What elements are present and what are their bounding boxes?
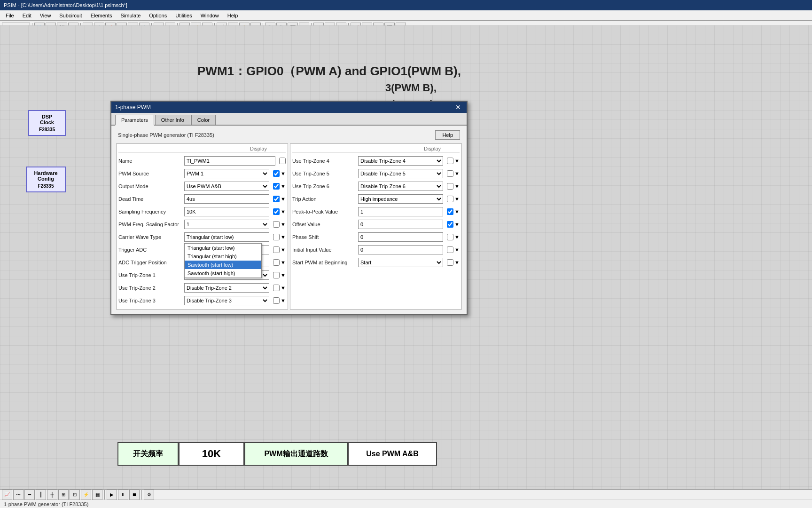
modal-body: Single-phase PWM generator (TI F28335) H…: [111, 126, 467, 314]
trip-zone-4-dropdown-icon: ▼: [454, 158, 460, 164]
param-check-carrier-wave[interactable]: [273, 234, 280, 240]
trip-zone-5-dropdown-icon: ▼: [454, 171, 460, 176]
param-check-offset-value[interactable]: [447, 221, 453, 228]
scope-status-btn[interactable]: 📈: [2, 490, 12, 500]
param-label-trip-zone-5: Use Trip-Zone 5: [292, 171, 358, 176]
param-label-offset-value: Offset Value: [292, 222, 358, 227]
dead-time-dropdown-icon: ▼: [281, 196, 286, 202]
param-check-start-pwm[interactable]: [447, 259, 453, 266]
param-check-scaling-factor[interactable]: [273, 221, 280, 228]
dropdown-option-saw-low[interactable]: Sawtooth (start low): [185, 261, 261, 269]
param-label-trip-zone-6: Use Trip-Zone 6: [292, 183, 358, 189]
param-check-trip-zone-2[interactable]: [273, 285, 280, 291]
carrier-wave-dropdown[interactable]: Triangular (start low) Triangular (start…: [184, 243, 262, 278]
param-select-trip-zone-3[interactable]: Disable Trip-Zone 3: [184, 296, 269, 305]
data-btn[interactable]: ⊞: [58, 490, 69, 500]
adc-trigger-pos-dropdown-icon: ▼: [281, 260, 286, 265]
param-select-start-pwm[interactable]: Start: [358, 258, 443, 267]
param-check-trip-zone-1[interactable]: [273, 272, 280, 278]
menu-view[interactable]: View: [36, 12, 55, 19]
h-line-btn[interactable]: ━: [24, 490, 35, 500]
param-label-initial-input: Initial Input Value: [292, 247, 358, 253]
param-label-adc-trigger-pos: ADC Trigger Position: [118, 260, 184, 265]
param-check-trip-zone-5[interactable]: [447, 170, 453, 177]
param-check-peak-to-peak[interactable]: [447, 208, 453, 215]
param-input-carrier-wave[interactable]: [184, 232, 269, 242]
param-row-trip-zone-5: Use Trip-Zone 5 Disable Trip-Zone 5 ▼: [292, 167, 460, 180]
param-check-name[interactable]: [279, 158, 286, 164]
zoom-status-btn[interactable]: ⊡: [70, 490, 80, 500]
run-status-btn[interactable]: ▶: [107, 490, 117, 500]
menu-options[interactable]: Options: [145, 12, 171, 19]
dropdown-option-tri-low[interactable]: Triangular (start low): [185, 244, 261, 252]
modal-columns: Display Name PWM Source: [116, 143, 462, 310]
param-label-dead-time: Dead Time: [118, 196, 184, 202]
help-button[interactable]: Help: [435, 130, 460, 140]
param-select-trip-zone-5[interactable]: Disable Trip-Zone 5: [358, 169, 443, 178]
param-label-scaling-factor: PWM Freq. Scaling Factor: [118, 222, 184, 227]
param-check-trip-zone-4[interactable]: [447, 158, 453, 164]
param-input-phase-shift[interactable]: [358, 232, 443, 242]
offset-value-dropdown-icon: ▼: [454, 222, 460, 227]
param-check-output-mode[interactable]: [273, 183, 280, 190]
modal-overlay: 1-phase PWM ✕ Parameters Other Info Colo…: [0, 25, 812, 489]
param-select-trip-zone-2[interactable]: Disable Trip-Zone 2: [184, 283, 269, 293]
param-row-trip-zone-6: Use Trip-Zone 6 Disable Trip-Zone 6 ▼: [292, 180, 460, 192]
modal-header-row: Single-phase PWM generator (TI F28335) H…: [116, 130, 462, 140]
param-check-initial-input[interactable]: [447, 246, 453, 253]
param-input-offset-value[interactable]: [358, 220, 443, 229]
config-btn[interactable]: ⚙: [144, 490, 154, 500]
param-label-carrier-wave: Carrier Wave Type: [118, 234, 184, 240]
param-input-sampling-freq[interactable]: [184, 207, 269, 216]
tab-parameters[interactable]: Parameters: [115, 115, 154, 126]
param-input-dead-time[interactable]: [184, 194, 269, 204]
sampling-freq-dropdown-icon: ▼: [281, 209, 286, 214]
param-row-trip-zone-4: Use Trip-Zone 4 Disable Trip-Zone 4 ▼: [292, 155, 460, 167]
bar-btn[interactable]: ▦: [92, 490, 102, 500]
modal-title-bar: 1-phase PWM ✕: [111, 102, 467, 113]
trip-action-dropdown-icon: ▼: [454, 196, 460, 202]
menu-simulate[interactable]: Simulate: [117, 12, 145, 19]
param-check-pwm-source[interactable]: [273, 170, 280, 177]
carrier-wave-dropdown-icon[interactable]: ▼: [281, 234, 286, 240]
fft-status-btn[interactable]: ⚡: [81, 490, 91, 500]
tab-other-info[interactable]: Other Info: [155, 115, 190, 125]
param-check-trip-zone-6[interactable]: [447, 183, 453, 190]
trigger-adc-dropdown-icon: ▼: [281, 247, 286, 253]
param-input-initial-input[interactable]: [358, 245, 443, 254]
param-row-trip-zone-2: Use Trip-Zone 2 Disable Trip-Zone 2 ▼: [118, 282, 286, 294]
modal-close-button[interactable]: ✕: [453, 103, 463, 111]
param-select-scaling-factor[interactable]: 1: [184, 220, 269, 229]
param-check-trigger-adc[interactable]: [273, 246, 280, 253]
menu-subcircuit[interactable]: Subcircuit: [55, 12, 86, 19]
param-row-peak-to-peak: Peak-to-Peak Value ▼: [292, 206, 460, 218]
param-check-trip-zone-3[interactable]: [273, 297, 280, 304]
param-input-peak-to-peak[interactable]: [358, 207, 443, 216]
tab-color[interactable]: Color: [191, 115, 216, 125]
param-check-dead-time[interactable]: [273, 196, 280, 202]
pause-status-btn[interactable]: ⏸: [118, 490, 128, 500]
param-check-sampling-freq[interactable]: [273, 208, 280, 215]
param-check-trip-action[interactable]: [447, 196, 453, 202]
param-select-trip-zone-6[interactable]: Disable Trip-Zone 6: [358, 182, 443, 191]
param-select-trip-zone-4[interactable]: Disable Trip-Zone 4: [358, 156, 443, 166]
param-check-phase-shift[interactable]: [447, 234, 453, 240]
menu-bar: File Edit View Subcircuit Elements Simul…: [0, 10, 812, 21]
param-check-adc-trigger-pos[interactable]: [273, 259, 280, 266]
menu-edit[interactable]: Edit: [19, 12, 35, 19]
cursor-btn[interactable]: ┼: [47, 490, 57, 500]
menu-file[interactable]: File: [2, 12, 18, 19]
v-line-btn[interactable]: ┃: [36, 490, 46, 500]
param-input-name[interactable]: [184, 156, 275, 166]
param-select-output-mode[interactable]: Use PWM A&B: [184, 182, 269, 191]
param-select-trip-action[interactable]: High impedance: [358, 194, 443, 204]
menu-window[interactable]: Window: [197, 12, 223, 19]
wave-btn[interactable]: 〜: [13, 490, 23, 500]
dropdown-option-tri-high[interactable]: Triangular (start high): [185, 252, 261, 261]
menu-utilities[interactable]: Utilities: [172, 12, 195, 19]
dropdown-option-saw-high[interactable]: Sawtooth (start high): [185, 269, 261, 278]
menu-help[interactable]: Help: [224, 12, 242, 19]
menu-elements[interactable]: Elements: [87, 12, 116, 19]
stop-status-btn[interactable]: ⏹: [129, 490, 140, 500]
param-select-pwm-source[interactable]: PWM 1: [184, 169, 269, 178]
